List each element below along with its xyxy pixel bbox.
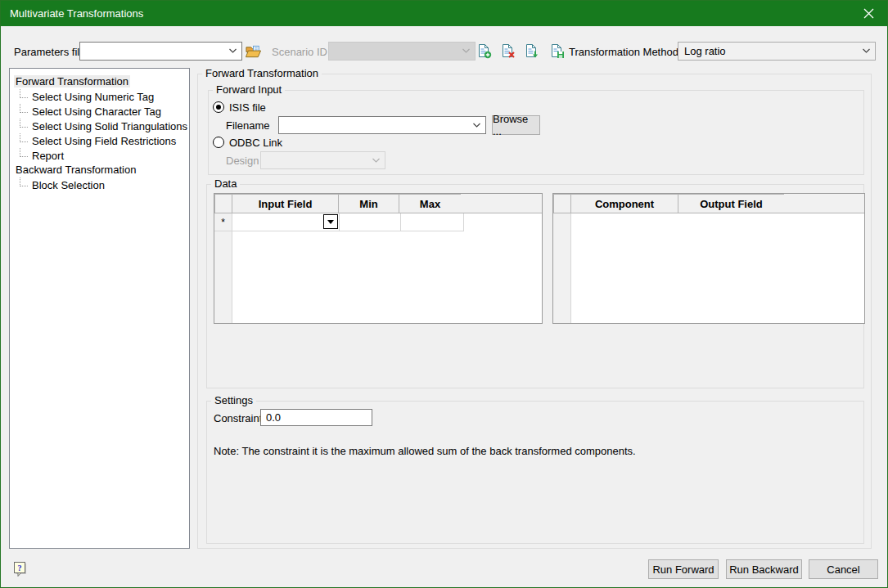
run-backward-button[interactable]: Run Backward [726,559,802,579]
output-table-body [553,213,864,323]
constraint-label: Constraint [214,412,262,424]
save-parameters-button[interactable] [549,43,566,59]
chevron-down-icon [457,43,475,60]
chevron-down-icon[interactable] [223,43,241,60]
run-forward-button[interactable]: Run Forward [648,559,719,579]
odbc-link-radio[interactable] [213,137,224,148]
forward-input-group: Forward Input ISIS file Filename Browse … [208,90,864,175]
isis-file-radio[interactable] [213,101,224,113]
document-add-icon [477,43,492,59]
forward-transformation-group: Forward Transformation Forward Input ISI… [197,74,872,549]
tree-item-select-using-field-restrictions[interactable]: Select Using Field Restrictions [10,133,189,148]
column-header-max[interactable]: Max [399,194,462,213]
constraint-note: Note: The constraint it is the maximum a… [214,445,636,457]
filename-label: Filename [226,119,269,132]
document-import-icon [525,43,539,59]
chevron-down-icon[interactable] [467,117,485,133]
parameters-file-combobox[interactable] [79,42,242,61]
window-title: Multivariate Transformations [1,7,143,20]
transformation-method-value: Log ratio [678,45,857,57]
output-fields-table[interactable]: Component Output Field [552,193,865,324]
help-button[interactable]: ? [11,560,28,578]
close-icon [863,8,874,19]
close-button[interactable] [850,1,887,26]
design-combobox [260,151,385,169]
tree-item-forward-transformation[interactable]: Forward Transformation [10,74,189,89]
delete-parameters-button[interactable] [500,43,516,59]
forward-input-group-label: Forward Input [213,83,285,96]
row-header-strip [553,213,571,323]
import-parameters-button[interactable] [524,43,540,59]
output-table-header: Component Output Field [553,194,864,213]
svg-text:?: ? [17,563,21,572]
tree-item-select-using-character-tag[interactable]: Select Using Character Tag [10,104,189,119]
corner-cell [553,194,571,213]
title-bar[interactable]: Multivariate Transformations [1,1,887,26]
parameters-file-label: Parameters file [14,46,85,58]
header-filler [784,194,864,213]
settings-group: Settings Constraint Note: The constraint… [206,401,864,544]
filename-combobox[interactable] [278,116,486,134]
cancel-button[interactable]: Cancel [809,559,878,579]
cell-input-field[interactable] [232,213,340,231]
settings-group-label: Settings [211,394,256,406]
new-parameters-button[interactable] [476,43,493,59]
cell-min[interactable] [340,213,401,231]
document-save-icon [550,43,565,59]
navigation-tree: Forward Transformation Select Using Nume… [9,68,190,549]
tree-item-select-using-solid-triangulations[interactable]: Select Using Solid Triangulations [10,119,189,133]
browse-button[interactable]: Browse ... [492,115,540,135]
document-delete-icon [501,43,516,59]
tree-item-report[interactable]: Report [10,148,189,163]
column-header-input-field[interactable]: Input Field [232,194,339,213]
tree-item-block-selection[interactable]: Block Selection [10,177,189,192]
open-folder-button[interactable] [246,43,262,60]
chevron-down-icon[interactable] [857,43,875,60]
isis-file-radio-label: ISIS file [229,101,266,114]
design-label: Design [226,155,259,167]
input-table-header: Input Field Min Max [214,194,542,213]
transformation-method-label: Transformation Method [569,46,678,58]
column-header-min[interactable]: Min [338,194,399,213]
transformation-method-combobox[interactable]: Log ratio [678,42,876,61]
odbc-link-radio-label: ODBC Link [229,137,282,149]
table-row[interactable]: * [214,213,542,231]
open-folder-icon [246,44,262,59]
chevron-down-icon [367,152,385,168]
forward-transformation-group-label: Forward Transformation [202,67,322,79]
header-filler [461,194,542,213]
help-icon: ? [13,561,27,577]
dropdown-arrow-icon [327,220,334,224]
column-header-output-field[interactable]: Output Field [678,194,785,213]
input-table-body: * [214,213,542,323]
row-header-new: * [214,213,232,231]
corner-cell [214,194,232,213]
input-field-dropdown-button[interactable] [323,214,338,229]
scenario-id-label: Scenario ID [272,46,327,58]
constraint-input[interactable] [260,409,372,426]
data-group-label: Data [211,177,240,190]
column-header-component[interactable]: Component [570,194,678,213]
cell-max[interactable] [401,213,464,231]
input-fields-table[interactable]: Input Field Min Max * [214,193,543,324]
data-group: Data Input Field Min Max * [206,184,864,388]
tree-item-backward-transformation[interactable]: Backward Transformation [10,163,189,177]
scenario-id-combobox [328,42,476,61]
tree-item-select-using-numeric-tag[interactable]: Select Using Numeric Tag [10,89,189,104]
dialog-multivariate-transformations: Multivariate Transformations Parameters … [0,0,888,588]
